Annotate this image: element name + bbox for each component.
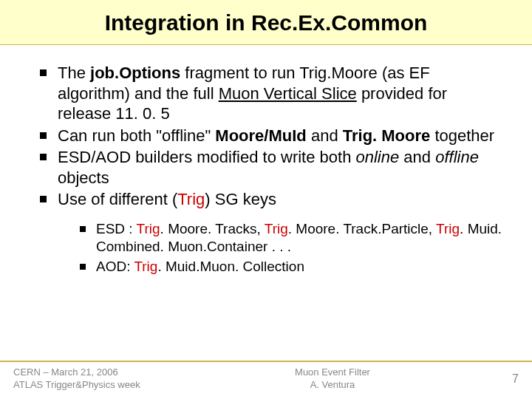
text: AOD: xyxy=(96,259,134,274)
list-item: AOD: Trig. Muid.Muon. Collection xyxy=(78,258,502,276)
text-bold: Moore/MuId xyxy=(215,126,306,145)
text: . Moore. Tracks, xyxy=(160,221,265,236)
text: Use of different ( xyxy=(58,190,177,208)
footer-event: ATLAS Trigger&Physics week xyxy=(13,379,176,392)
text-bold: Trig. Moore xyxy=(343,126,431,145)
page-number: 7 xyxy=(489,372,519,386)
footer-location-date: CERN – March 21, 2006 xyxy=(13,366,176,379)
sub-bullet-list: ESD : Trig. Moore. Tracks, Trig. Moore. … xyxy=(78,220,502,276)
text-red: Trig xyxy=(134,259,157,274)
content-area: The job.Options fragment to run Trig.Moo… xyxy=(0,45,532,276)
text: ESD : xyxy=(96,221,137,236)
list-item: Use of different (Trig) SG keys ESD : Tr… xyxy=(37,189,502,276)
title-bar: Integration in Rec.Ex.Common xyxy=(0,0,532,45)
text: ) SG keys xyxy=(205,190,276,208)
text: Can run both "offline" xyxy=(58,126,215,145)
text-red: Trig xyxy=(436,221,460,236)
list-item: Can run both "offline" Moore/MuId and Tr… xyxy=(37,126,502,146)
footer-author: A. Ventura xyxy=(176,379,489,392)
text: and xyxy=(307,126,343,145)
text: . Muid.Muon. Collection xyxy=(157,259,304,274)
footer-left: CERN – March 21, 2006 ATLAS Trigger&Phys… xyxy=(13,366,176,392)
text-underline: Muon Vertical Slice xyxy=(219,84,357,103)
text: and xyxy=(399,148,435,166)
slide-title: Integration in Rec.Ex.Common xyxy=(0,10,532,35)
list-item: The job.Options fragment to run Trig.Moo… xyxy=(37,63,502,124)
text-red: Trig xyxy=(265,221,288,236)
text-red: Trig xyxy=(177,190,205,208)
main-bullet-list: The job.Options fragment to run Trig.Moo… xyxy=(37,63,502,276)
text: ESD/AOD builders modified to write both xyxy=(58,148,356,166)
footer: CERN – March 21, 2006 ATLAS Trigger&Phys… xyxy=(0,361,532,399)
text-red: Trig xyxy=(137,221,160,236)
text: together xyxy=(430,126,494,145)
text-italic: offline xyxy=(435,148,479,166)
text-bold: job.Options xyxy=(90,64,180,82)
list-item: ESD : Trig. Moore. Tracks, Trig. Moore. … xyxy=(78,220,502,256)
footer-title: Muon Event Filter xyxy=(176,366,489,379)
list-item: ESD/AOD builders modified to write both … xyxy=(37,147,502,188)
footer-center: Muon Event Filter A. Ventura xyxy=(176,366,489,392)
text: The xyxy=(58,64,90,82)
text: objects xyxy=(58,168,109,187)
text-italic: online xyxy=(356,148,400,166)
text: . Moore. Track.Particle, xyxy=(288,221,436,236)
